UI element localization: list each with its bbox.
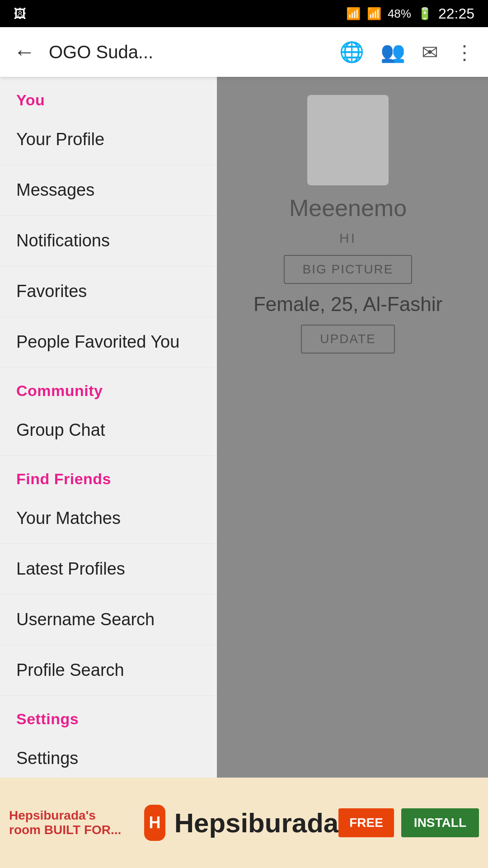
ad-logo: H [144, 805, 165, 841]
greeting-bg: HI [339, 231, 357, 246]
ad-free-label: FREE [338, 808, 394, 837]
drawer-item-latest-profiles[interactable]: Latest Profiles [0, 544, 217, 594]
drawer-item-your-matches[interactable]: Your Matches [0, 493, 217, 544]
username-bg: Meeenemo [289, 194, 407, 222]
update-btn-bg: UPDATE [301, 325, 395, 354]
ad-text: Hepsiburada's room BUILT FOR... [0, 799, 135, 846]
ad-brand: Hepsiburada [174, 807, 338, 839]
status-bar: 🖼 📶 📶 48% 🔋 22:25 [0, 0, 488, 27]
drawer-item-your-profile[interactable]: Your Profile [0, 114, 217, 165]
ad-install-button[interactable]: INSTALL [401, 808, 479, 837]
wifi-icon: 📶 [346, 7, 361, 21]
more-icon[interactable]: ⋮ [455, 41, 474, 64]
drawer-item-notifications[interactable]: Notifications [0, 216, 217, 266]
big-picture-btn-bg: BIG PICTURE [284, 255, 413, 284]
mail-icon[interactable]: ✉ [422, 41, 438, 64]
section-header-you: You [0, 77, 217, 114]
section-header-find-friends: Find Friends [0, 456, 217, 493]
app-bar-actions: 🌐 👥 ✉ ⋮ [339, 40, 474, 64]
navigation-drawer: YouYour ProfileMessagesNotificationsFavo… [0, 77, 217, 868]
signal-icon: 📶 [367, 7, 381, 21]
avatar-bg [307, 95, 389, 185]
drawer-item-favorites[interactable]: Favorites [0, 266, 217, 317]
description-bg: Female, 25, Al-Fashir [253, 293, 442, 316]
battery-icon: 🔋 [418, 7, 432, 21]
battery-percent: 48% [388, 7, 411, 21]
app-bar: ← OGO Suda... 🌐 👥 ✉ ⋮ [0, 27, 488, 77]
drawer-item-people-favorited-you[interactable]: People Favorited You [0, 317, 217, 368]
group-icon[interactable]: 👥 [380, 40, 405, 64]
drawer-item-settings[interactable]: Settings [0, 733, 217, 784]
section-header-community: Community [0, 368, 217, 405]
status-time: 22:25 [438, 5, 474, 22]
ad-banner: Hepsiburada's room BUILT FOR... H Hepsib… [0, 778, 488, 868]
photo-icon: 🖼 [14, 6, 26, 21]
section-header-settings: Settings [0, 696, 217, 733]
drawer-item-username-search[interactable]: Username Search [0, 594, 217, 645]
back-button[interactable]: ← [14, 41, 35, 63]
profile-card-bg: Meeenemo HI BIG PICTURE Female, 25, Al-F… [208, 77, 488, 868]
drawer-item-group-chat[interactable]: Group Chat [0, 405, 217, 456]
drawer-item-messages[interactable]: Messages [0, 165, 217, 216]
globe-icon[interactable]: 🌐 [339, 40, 364, 64]
app-bar-title: OGO Suda... [49, 42, 326, 62]
drawer-item-profile-search[interactable]: Profile Search [0, 645, 217, 696]
